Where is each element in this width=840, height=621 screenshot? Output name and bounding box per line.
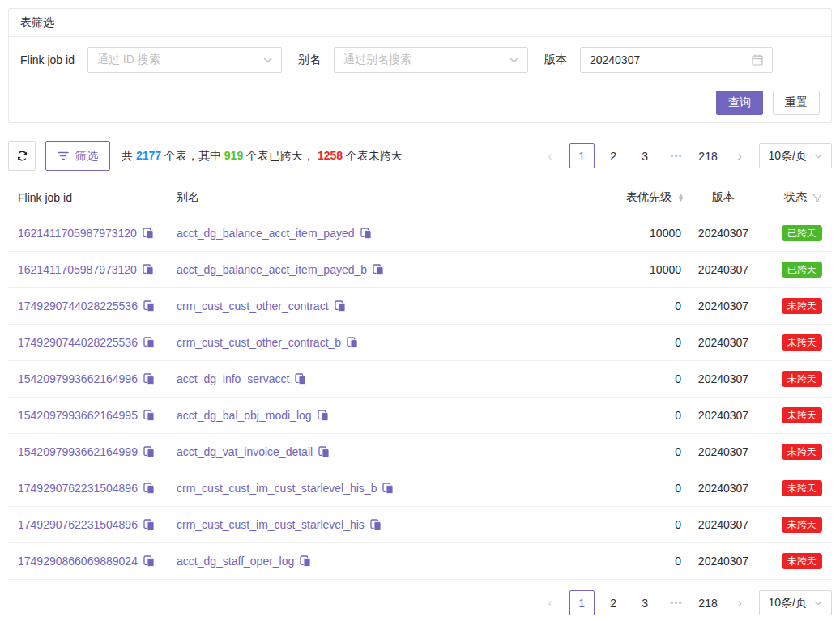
job-id-link[interactable]: 1542097993662164999 (18, 445, 138, 458)
flink-job-id-placeholder: 通过 ID 搜索 (97, 53, 160, 67)
filter-toggle-button[interactable]: 筛选 (45, 141, 110, 171)
job-id-cell: 1749290762231504896 (18, 518, 177, 531)
copy-icon[interactable] (143, 337, 155, 348)
alias-link[interactable]: crm_cust_cust_other_contract (177, 300, 329, 313)
chevron-down-icon (814, 601, 822, 606)
alias-link[interactable]: acct_dg_balance_acct_item_payed_b (177, 263, 367, 276)
calendar-icon (752, 54, 763, 66)
job-id-link[interactable]: 1749290744028225536 (18, 300, 138, 313)
query-button[interactable]: 查询 (716, 91, 763, 115)
job-id-cell: 1542097993662164999 (18, 445, 177, 458)
alias-link[interactable]: crm_cust_cust_im_cust_starlevel_his_b (177, 482, 377, 495)
copy-icon[interactable] (143, 264, 154, 275)
alias-cell: acct_dg_bal_obj_modi_log (177, 409, 545, 422)
copy-icon[interactable] (318, 446, 330, 457)
job-id-link[interactable]: 1749290762231504896 (18, 518, 138, 531)
alias-cell: acct_dg_vat_invoice_detail (177, 445, 545, 458)
bottom-pagination: ‹123•••218› 10条/页 (538, 590, 832, 615)
pagination-page-2[interactable]: 2 (601, 590, 626, 615)
table-row: 1621411705987973120 acct_dg_balance_acct… (8, 215, 832, 252)
column-header-alias: 别名 (177, 190, 545, 205)
filter-actions-row: 查询 重置 (9, 83, 831, 122)
alias-cell: acct_dg_balance_acct_item_payed_b (177, 263, 545, 276)
version-cell: 20240307 (684, 336, 762, 349)
status-cell: 未跨天 (762, 444, 822, 460)
job-id-link[interactable]: 1542097993662164995 (18, 409, 138, 422)
flink-job-id-select[interactable]: 通过 ID 搜索 (87, 47, 282, 73)
page-size-select[interactable]: 10条/页 (759, 590, 832, 615)
alias-link[interactable]: acct_dg_staff_oper_log (177, 555, 294, 568)
copy-icon[interactable] (347, 337, 358, 348)
sort-carets-icon[interactable]: ▲▼ (677, 194, 684, 202)
pagination-page-1[interactable]: 1 (569, 590, 595, 615)
copy-icon[interactable] (143, 228, 154, 239)
table-row: 1542097993662164996 acct_dg_info_servacc… (8, 361, 832, 398)
copy-icon[interactable] (143, 410, 155, 421)
alias-link[interactable]: acct_dg_balance_acct_item_payed (177, 227, 355, 240)
pagination-page-3[interactable]: 3 (633, 590, 658, 615)
version-date-input[interactable]: 20240307 (580, 47, 773, 73)
refresh-button[interactable] (8, 141, 36, 171)
job-id-link[interactable]: 1621411705987973120 (18, 263, 137, 276)
version-cell: 20240307 (684, 372, 762, 385)
job-id-cell: 1749290762231504896 (18, 482, 177, 495)
reset-button[interactable]: 重置 (773, 91, 820, 115)
pagination-ellipsis[interactable]: ••• (664, 143, 689, 168)
pagination-next[interactable]: › (727, 143, 753, 168)
column-header-status-label: 状态 (784, 190, 807, 205)
pagination-page-2[interactable]: 2 (601, 143, 626, 168)
table-row: 1542097993662164999 acct_dg_vat_invoice_… (8, 434, 832, 470)
copy-icon[interactable] (143, 373, 155, 385)
alias-link[interactable]: acct_dg_info_servacct (177, 372, 289, 385)
stats-text: 共 (122, 149, 136, 162)
status-cell: 未跨天 (762, 298, 822, 314)
job-id-link[interactable]: 1749290762231504896 (18, 482, 138, 495)
pagination-ellipsis[interactable]: ••• (664, 590, 689, 615)
alias-select[interactable]: 通过别名搜索 (334, 47, 528, 73)
pagination-page-1[interactable]: 1 (569, 143, 595, 168)
copy-icon[interactable] (318, 410, 329, 421)
job-id-link[interactable]: 1621411705987973120 (18, 227, 137, 240)
pagination-prev[interactable]: ‹ (538, 590, 563, 615)
job-id-link[interactable]: 1749290866069889024 (18, 555, 138, 568)
pagination-prev[interactable]: ‹ (538, 143, 563, 168)
filter-funnel-icon[interactable] (812, 194, 822, 202)
priority-cell: 0 (545, 555, 684, 568)
copy-icon[interactable] (300, 555, 311, 567)
table-row: 1749290744028225536 crm_cust_cust_other_… (8, 288, 832, 325)
copy-icon[interactable] (382, 483, 394, 494)
pagination-page-218[interactable]: 218 (696, 590, 721, 615)
priority-cell: 0 (545, 445, 684, 458)
table-row: 1749290866069889024 acct_dg_staff_oper_l… (8, 543, 832, 580)
alias-link[interactable]: acct_dg_bal_obj_modi_log (177, 409, 312, 422)
pagination-page-218[interactable]: 218 (696, 143, 721, 168)
pagination-next[interactable]: › (727, 590, 753, 615)
copy-icon[interactable] (143, 446, 155, 457)
alias-link[interactable]: crm_cust_cust_im_cust_starlevel_his (177, 518, 365, 531)
alias-cell: crm_cust_cust_other_contract (177, 300, 545, 313)
pagination-page-3[interactable]: 3 (633, 143, 658, 168)
version-cell: 20240307 (684, 409, 762, 422)
alias-link[interactable]: crm_cust_cust_other_contract_b (177, 336, 341, 349)
toolbar-left: 筛选 共 2177 个表，其中 919 个表已跨天， 1258 个表未跨天 (8, 141, 403, 171)
column-header-priority[interactable]: 表优先级 ▲▼ (545, 190, 684, 205)
page-size-value: 10条/页 (769, 149, 807, 164)
page-size-select[interactable]: 10条/页 (759, 143, 832, 168)
stats-not-crossed-count: 1258 (318, 149, 343, 162)
status-cell: 未跨天 (762, 371, 822, 387)
job-id-link[interactable]: 1749290744028225536 (18, 336, 138, 349)
copy-icon[interactable] (360, 228, 372, 239)
copy-icon[interactable] (295, 373, 306, 385)
version-cell: 20240307 (684, 227, 762, 240)
copy-icon[interactable] (143, 519, 155, 530)
job-id-link[interactable]: 1542097993662164996 (18, 372, 138, 385)
status-badge: 未跨天 (782, 553, 822, 569)
copy-icon[interactable] (373, 264, 384, 275)
chevron-down-icon (510, 57, 518, 63)
copy-icon[interactable] (335, 300, 346, 312)
copy-icon[interactable] (143, 555, 155, 567)
copy-icon[interactable] (143, 483, 155, 494)
alias-link[interactable]: acct_dg_vat_invoice_detail (177, 445, 313, 458)
copy-icon[interactable] (143, 300, 155, 312)
copy-icon[interactable] (370, 519, 382, 530)
